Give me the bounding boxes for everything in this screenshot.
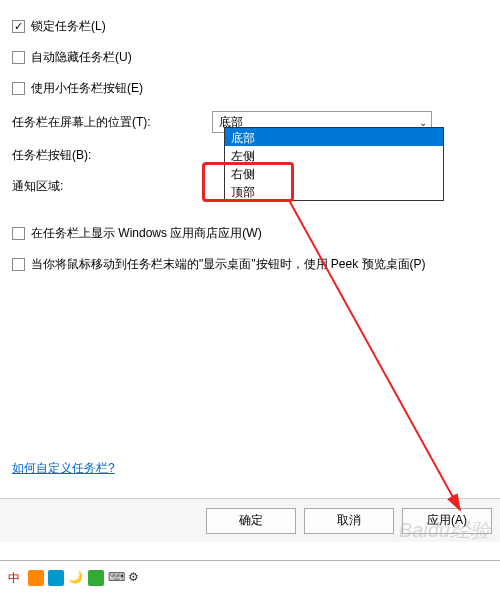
checkbox-icon[interactable] xyxy=(12,51,25,64)
lock-taskbar-row[interactable]: 锁定任务栏(L) xyxy=(12,18,488,35)
peek-preview-row[interactable]: 当你将鼠标移动到任务栏末端的"显示桌面"按钮时，使用 Peek 预览桌面(P) xyxy=(12,256,488,273)
checkbox-icon[interactable] xyxy=(12,20,25,33)
notification-label: 通知区域: xyxy=(12,178,212,195)
dropdown-option-right[interactable]: 右侧 xyxy=(225,164,443,182)
ime-tool-icon[interactable]: 🌙 xyxy=(68,570,84,586)
ime-tool-icon[interactable] xyxy=(28,570,44,586)
buttons-label: 任务栏按钮(B): xyxy=(12,147,212,164)
dialog-button-bar: 确定 取消 应用(A) xyxy=(0,498,500,542)
peek-preview-label: 当你将鼠标移动到任务栏末端的"显示桌面"按钮时，使用 Peek 预览桌面(P) xyxy=(31,256,426,273)
ime-icon[interactable]: 中 xyxy=(8,570,24,586)
show-store-apps-label: 在任务栏上显示 Windows 应用商店应用(W) xyxy=(31,225,262,242)
small-buttons-label: 使用小任务栏按钮(E) xyxy=(31,80,143,97)
ime-tool-icon[interactable]: ⚙ xyxy=(128,570,144,586)
dropdown-option-bottom[interactable]: 底部 xyxy=(225,128,443,146)
ime-tool-icon[interactable] xyxy=(88,570,104,586)
checkbox-icon[interactable] xyxy=(12,227,25,240)
dropdown-option-top[interactable]: 顶部 xyxy=(225,182,443,200)
checkbox-icon[interactable] xyxy=(12,258,25,271)
apply-button[interactable]: 应用(A) xyxy=(402,508,492,534)
chevron-down-icon: ⌄ xyxy=(419,117,427,128)
ime-tool-icon[interactable]: ⌨ xyxy=(108,570,124,586)
customize-taskbar-link[interactable]: 如何自定义任务栏? xyxy=(12,460,115,477)
ime-toolbar: 中 🌙 ⌨ ⚙ xyxy=(0,560,500,594)
checkbox-icon[interactable] xyxy=(12,82,25,95)
show-store-apps-row[interactable]: 在任务栏上显示 Windows 应用商店应用(W) xyxy=(12,225,488,242)
ok-button[interactable]: 确定 xyxy=(206,508,296,534)
auto-hide-label: 自动隐藏任务栏(U) xyxy=(31,49,132,66)
small-buttons-row[interactable]: 使用小任务栏按钮(E) xyxy=(12,80,488,97)
position-dropdown[interactable]: 底部 左侧 右侧 顶部 xyxy=(224,127,444,201)
lock-taskbar-label: 锁定任务栏(L) xyxy=(31,18,106,35)
ime-tool-icon[interactable] xyxy=(48,570,64,586)
auto-hide-row[interactable]: 自动隐藏任务栏(U) xyxy=(12,49,488,66)
position-label: 任务栏在屏幕上的位置(T): xyxy=(12,114,212,131)
cancel-button[interactable]: 取消 xyxy=(304,508,394,534)
dropdown-option-left[interactable]: 左侧 xyxy=(225,146,443,164)
